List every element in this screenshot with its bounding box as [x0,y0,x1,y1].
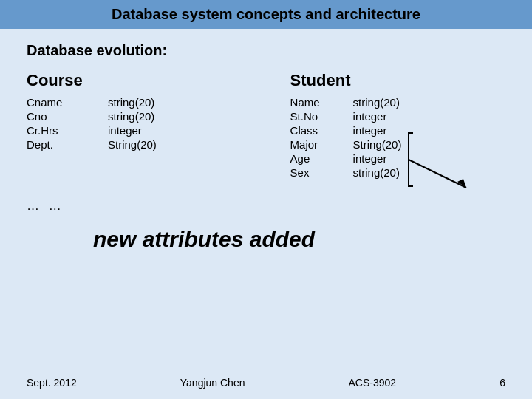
footer: Sept. 2012 Yangjun Chen ACS-3902 6 [0,377,532,389]
attr-type: integer [338,110,387,123]
table-row: Name string(20) [283,96,402,109]
bracket-arrow-area [407,96,474,191]
attr-name: St.No [283,110,338,123]
attr-name: Cname [27,96,86,109]
svg-line-0 [409,160,466,188]
attr-type: integer [338,124,387,137]
tables-container: Course Cname string(20) Cno string(20) C… [27,71,505,191]
attr-name: Class [283,124,338,137]
attr-type: String(20) [338,138,402,151]
bracket-symbol [407,130,474,191]
footer-page: 6 [499,377,505,389]
new-attributes-label: new attributes added [93,227,505,252]
title-bar: Database system concepts and architectur… [0,0,532,29]
footer-date: Sept. 2012 [27,377,77,389]
attr-name: Cr.Hrs [27,124,86,137]
footer-author: Yangjun Chen [180,377,245,389]
slide: Database system concepts and architectur… [0,0,532,399]
ellipsis: … … [27,199,505,214]
attr-type: string(20) [86,96,154,109]
table-row: Dept. String(20) [27,138,249,151]
course-attrs: Cname string(20) Cno string(20) Cr.Hrs i… [27,96,249,151]
table-row: Cr.Hrs integer [27,124,249,137]
student-attrs-bracket-group: Name string(20) St.No integer Class inte… [283,96,505,191]
table-row: Cno string(20) [27,110,249,123]
footer-course-code: ACS-3902 [349,377,397,389]
course-heading: Course [27,71,249,90]
table-row: Cname string(20) [27,96,249,109]
attr-name: Cno [27,110,86,123]
attr-name: Name [283,96,338,109]
attr-type: string(20) [86,110,154,123]
table-row: Sex string(20) [283,166,402,179]
content: Database evolution: Course Cname string(… [0,42,532,252]
attr-type: string(20) [338,166,400,179]
student-table: Student Name string(20) St.No integer Cl… [283,71,505,191]
spacer [249,71,282,191]
student-attrs: Name string(20) St.No integer Class inte… [283,96,402,180]
attr-name: Major [283,138,338,151]
attr-name: Age [283,152,338,165]
attr-name: Dept. [27,138,86,151]
table-row: Age integer [283,152,402,165]
attr-type: String(20) [86,138,157,151]
table-row: Class integer [283,124,402,137]
bracket-arrow-svg [407,130,474,189]
attr-type: integer [338,152,387,165]
section-title: Database evolution: [27,42,505,59]
attr-name: Sex [283,166,338,179]
slide-title: Database system concepts and architectur… [112,6,420,22]
attr-type: integer [86,124,142,137]
student-heading: Student [283,71,505,90]
course-table: Course Cname string(20) Cno string(20) C… [27,71,249,191]
attr-type: string(20) [338,96,400,109]
table-row: St.No integer [283,110,402,123]
table-row: Major String(20) [283,138,402,151]
